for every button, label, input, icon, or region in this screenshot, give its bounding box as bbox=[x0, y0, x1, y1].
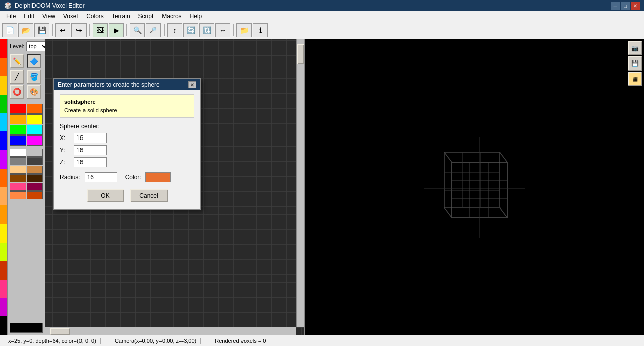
horizontal-scrollbar[interactable] bbox=[45, 327, 296, 335]
viewport-btn-1[interactable]: 📷 bbox=[628, 41, 642, 55]
cancel-button[interactable]: Cancel bbox=[130, 189, 168, 202]
palette-color-red[interactable] bbox=[0, 39, 7, 58]
export-button[interactable]: 📁 bbox=[236, 23, 252, 37]
tools-grid: ✏️ 🔷 ╱ 🪣 ⭕ 🎨 bbox=[10, 54, 43, 99]
swatch-darkgray[interactable] bbox=[27, 157, 43, 165]
3d-viewport[interactable]: 📷 💾 ▦ bbox=[305, 39, 644, 335]
palette-color-blue[interactable] bbox=[0, 131, 7, 150]
palette-color-magenta[interactable] bbox=[0, 298, 7, 317]
zoom-in-button[interactable]: 🔍 bbox=[130, 23, 145, 37]
info-button[interactable]: ℹ bbox=[253, 23, 268, 37]
palette-color-lime[interactable] bbox=[0, 243, 7, 261]
ok-button[interactable]: OK bbox=[87, 189, 124, 202]
menu-item-macros[interactable]: Macros bbox=[157, 12, 185, 21]
palette-color-black[interactable] bbox=[0, 316, 7, 335]
palette-color-orange[interactable] bbox=[0, 58, 7, 77]
swatch-2[interactable] bbox=[10, 114, 26, 124]
viewport-btn-2[interactable]: 💾 bbox=[628, 56, 642, 71]
palette-color-amber[interactable] bbox=[0, 205, 7, 224]
fill-tool[interactable]: 🪣 bbox=[27, 70, 41, 84]
swatch-1[interactable] bbox=[27, 104, 43, 114]
svg-line-3 bbox=[500, 152, 507, 162]
zoom-out-button[interactable]: 🔎 bbox=[146, 23, 161, 37]
radius-input[interactable] bbox=[85, 172, 117, 182]
swatch-peach[interactable] bbox=[10, 166, 26, 174]
menu-item-help[interactable]: Help bbox=[186, 12, 206, 21]
x-field-group: X: bbox=[60, 133, 194, 143]
palette-color-cyan[interactable] bbox=[0, 113, 7, 132]
redo-button[interactable]: ↪ bbox=[71, 23, 87, 37]
undo-button[interactable]: ↩ bbox=[55, 23, 70, 37]
vertical-scroll-thumb[interactable] bbox=[297, 44, 304, 64]
toolbar-separator-5 bbox=[233, 24, 234, 36]
palette-color-green[interactable] bbox=[0, 95, 7, 113]
cube-wireframe bbox=[424, 137, 525, 238]
palette-color-peach[interactable] bbox=[0, 187, 7, 206]
swatch-hotpink[interactable] bbox=[10, 183, 26, 191]
render-button[interactable]: 🖼 bbox=[93, 23, 108, 37]
maximize-button[interactable]: □ bbox=[621, 2, 630, 10]
swatch-darkpink[interactable] bbox=[27, 183, 43, 191]
radius-label: Radius: bbox=[60, 174, 80, 181]
swatch-white[interactable] bbox=[10, 149, 26, 157]
svg-line-4 bbox=[444, 207, 452, 218]
menu-item-terrain[interactable]: Terrain bbox=[108, 12, 134, 21]
swatch-brown[interactable] bbox=[27, 166, 43, 174]
flip-h-button[interactable]: ↔ bbox=[215, 23, 230, 37]
eraser-tool[interactable]: 🔷 bbox=[27, 54, 41, 68]
z-input[interactable] bbox=[74, 157, 107, 167]
minimize-button[interactable]: ─ bbox=[611, 2, 620, 10]
swatch-black[interactable] bbox=[10, 323, 43, 333]
z-field-group: Z: bbox=[60, 157, 194, 167]
color-picker-button[interactable] bbox=[145, 172, 171, 182]
palette-color-pink[interactable] bbox=[0, 280, 7, 298]
swatch-gray[interactable] bbox=[10, 157, 26, 165]
x-input[interactable] bbox=[74, 133, 107, 143]
palette-color-yellow[interactable] bbox=[0, 76, 7, 95]
swatch-3[interactable] bbox=[27, 114, 43, 124]
dialog-close-button[interactable]: ✕ bbox=[188, 81, 196, 88]
horizontal-scroll-thumb[interactable] bbox=[50, 328, 70, 335]
palette-color-darkred[interactable] bbox=[0, 261, 7, 280]
close-button[interactable]: ✕ bbox=[631, 2, 640, 10]
sphere-tool[interactable]: ⭕ bbox=[10, 85, 24, 99]
rotate-button[interactable]: 🔄 bbox=[183, 23, 198, 37]
swatch-4[interactable] bbox=[10, 125, 26, 135]
swatch-5[interactable] bbox=[27, 125, 43, 135]
save-button[interactable]: 💾 bbox=[34, 23, 49, 37]
toolbar: 📄 📂 💾 ↩ ↪ 🖼 ▶ 🔍 🔎 ↕ 🔄 🔃 ↔ 📁 ℹ bbox=[0, 21, 644, 39]
menu-item-file[interactable]: File bbox=[2, 12, 20, 21]
swatch-salmon[interactable] bbox=[10, 191, 26, 199]
y-label: Y: bbox=[60, 147, 74, 154]
menu-item-edit[interactable]: Edit bbox=[20, 12, 38, 21]
viewport-btn-3[interactable]: ▦ bbox=[628, 72, 642, 86]
palette-color-yellow2[interactable] bbox=[0, 224, 7, 243]
swatch-silver[interactable] bbox=[27, 149, 43, 157]
palette-color-purple[interactable] bbox=[0, 150, 7, 169]
menu-item-view[interactable]: View bbox=[38, 12, 59, 21]
dialog-info-box: solidsphere Create a solid sphere bbox=[60, 94, 194, 118]
vertical-scrollbar[interactable] bbox=[296, 39, 304, 327]
menu-item-colors[interactable]: Colors bbox=[82, 12, 108, 21]
sphere-center-label: Sphere center: bbox=[60, 123, 194, 130]
open-button[interactable]: 📂 bbox=[18, 23, 33, 37]
rotate2-button[interactable]: 🔃 bbox=[199, 23, 214, 37]
menu-item-script[interactable]: Script bbox=[134, 12, 158, 21]
swatch-0[interactable] bbox=[10, 104, 26, 114]
palette-tool[interactable]: 🎨 bbox=[27, 85, 41, 99]
y-input[interactable] bbox=[74, 145, 107, 155]
swatch-verydark[interactable] bbox=[27, 174, 43, 182]
swatch-darkbrown[interactable] bbox=[10, 174, 26, 182]
swatch-rust[interactable] bbox=[27, 191, 43, 199]
line-tool[interactable]: ╱ bbox=[10, 70, 24, 84]
new-button[interactable]: 📄 bbox=[2, 23, 17, 37]
play-button[interactable]: ▶ bbox=[109, 23, 124, 37]
camera-status: Camera(x=0,00, y=0,00, z=-3,00) bbox=[111, 338, 201, 344]
flip-v-button[interactable]: ↕ bbox=[167, 23, 182, 37]
position-status: x=25, y=0, depth=64, color=(0, 0, 0) bbox=[4, 338, 101, 344]
palette-color-orange2[interactable] bbox=[0, 169, 7, 187]
menu-item-voxel[interactable]: Voxel bbox=[59, 12, 82, 21]
swatch-6[interactable] bbox=[10, 135, 26, 146]
swatch-7[interactable] bbox=[27, 135, 43, 146]
pencil-tool[interactable]: ✏️ bbox=[10, 54, 24, 68]
